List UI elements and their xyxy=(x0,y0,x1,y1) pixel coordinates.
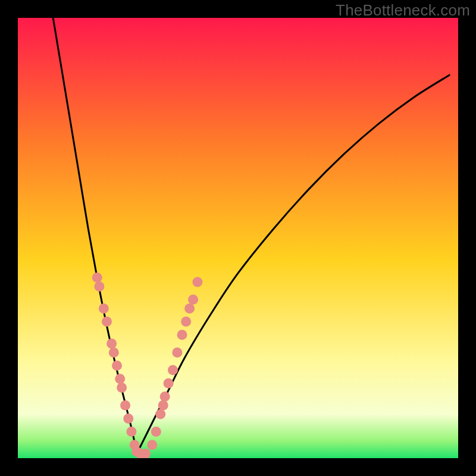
highlight-dot xyxy=(168,365,178,375)
chart-frame: TheBottleneck.com xyxy=(0,0,476,476)
highlight-dot xyxy=(188,295,198,305)
highlight-dot xyxy=(92,273,102,283)
highlight-dots xyxy=(92,273,203,458)
highlight-dot xyxy=(160,392,170,402)
highlight-dot xyxy=(164,378,174,389)
watermark-text: TheBottleneck.com xyxy=(336,1,470,20)
highlight-dot xyxy=(126,427,136,437)
highlight-dot xyxy=(123,414,133,424)
highlight-dot xyxy=(117,383,127,393)
highlight-dot xyxy=(115,374,125,384)
highlight-dot xyxy=(109,347,119,358)
highlight-dot xyxy=(177,330,187,340)
highlight-dot xyxy=(192,277,202,287)
highlight-dot xyxy=(147,440,157,450)
highlight-dot xyxy=(158,400,168,411)
curve-right-branch xyxy=(137,75,449,453)
highlight-dot xyxy=(151,427,161,437)
highlight-dot xyxy=(181,317,191,327)
plot-area xyxy=(18,18,458,458)
highlight-dot xyxy=(112,361,122,371)
highlight-dot xyxy=(172,347,182,358)
highlight-dot xyxy=(94,281,104,292)
highlight-dot xyxy=(107,339,117,349)
bottleneck-curve xyxy=(18,18,458,458)
highlight-dot xyxy=(99,303,109,314)
highlight-dot xyxy=(155,409,165,419)
highlight-dot xyxy=(102,317,112,327)
highlight-dot xyxy=(184,303,195,314)
highlight-dot xyxy=(120,400,130,411)
